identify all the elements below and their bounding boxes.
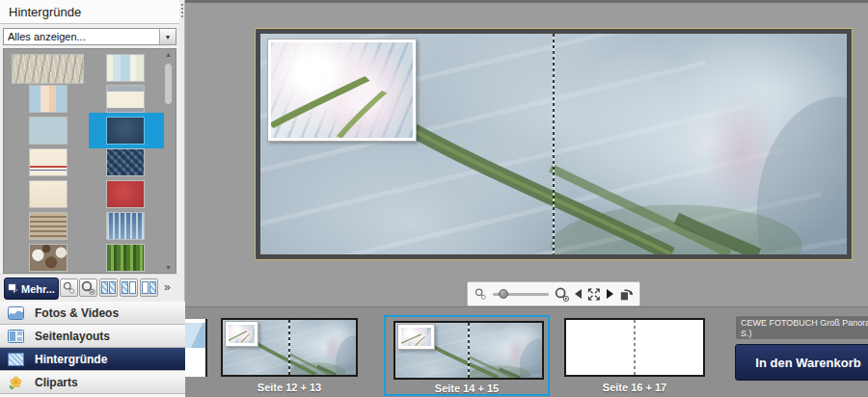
more-button-label: Mehr... (21, 283, 55, 295)
inset-photo-image (229, 325, 255, 343)
background-swatch-waterfall[interactable] (107, 213, 144, 239)
zoom-in-thumbnails-button[interactable] (79, 278, 97, 297)
background-swatch-cream-lines[interactable] (30, 149, 67, 175)
background-swatch-light-blue[interactable] (30, 118, 67, 144)
canvas-top-edge (185, 0, 868, 3)
page-label: Seite 12 + 13 (221, 382, 358, 393)
fit-view-icon[interactable] (587, 287, 601, 302)
tool-navigation: Fotos & Videos Seitenlayouts Hintergründ… (0, 302, 185, 397)
page-thumb-partial[interactable] (185, 319, 207, 377)
photos-icon (8, 306, 24, 320)
background-swatch-marble[interactable] (13, 55, 83, 83)
inset-photo-image (271, 42, 413, 137)
backgrounds-icon (8, 353, 24, 366)
cewe-fotobuch-editor: Hintergründe Alles anzeigen... ▼ (0, 0, 868, 397)
editor-canvas (185, 0, 868, 306)
more-tools-chevron-icon[interactable]: » (164, 278, 171, 297)
nav-item-hintergruende[interactable]: Hintergründe (0, 348, 185, 371)
book-spread[interactable] (255, 28, 853, 260)
more-backgrounds-button[interactable]: Mehr... (4, 278, 59, 300)
product-info-box: CEWE FOTOBUCH Groß Panorama Harde S.) (735, 315, 868, 340)
page-thumb-14-15-selected[interactable]: Seite 14 + 15 (384, 315, 550, 396)
thumb-flower-art (223, 320, 356, 375)
zoom-toolbar (467, 281, 640, 306)
zoom-out-thumbnails-button[interactable] (60, 278, 78, 297)
page-thumb-16-17[interactable]: Seite 16 + 17 (564, 318, 705, 395)
inset-photo[interactable] (397, 324, 435, 350)
inset-photo[interactable] (267, 39, 417, 141)
nav-label: Hintergründe (35, 353, 107, 366)
nav-label: Fotos & Videos (35, 306, 119, 320)
nav-label: Cliparts (35, 376, 78, 389)
background-swatch-cream-gray-band[interactable] (107, 86, 144, 112)
scroll-down-icon[interactable]: ▼ (162, 263, 175, 273)
cliparts-icon (8, 376, 24, 389)
thumbnail-scrollbar[interactable]: ▲ ▼ (162, 50, 175, 273)
layouts-icon (8, 330, 24, 343)
apply-left-page-button[interactable] (120, 278, 138, 297)
page-fold-line (288, 320, 290, 375)
page-thumb-12-13[interactable]: Seite 12 + 13 (221, 318, 358, 395)
nav-item-seitenlayouts[interactable]: Seitenlayouts (0, 325, 185, 348)
nav-label: Seitenlayouts (35, 330, 110, 343)
background-swatch-stripes-blue-pink[interactable] (30, 86, 67, 112)
background-thumbnail-list: ▲ ▼ (3, 48, 176, 274)
scroll-up-icon[interactable]: ▲ (162, 50, 175, 60)
inset-photo[interactable] (225, 321, 258, 347)
background-swatch-blue-knit[interactable] (107, 149, 144, 175)
inset-photo-image (401, 328, 431, 346)
panel-title: Hintergründe (0, 0, 179, 24)
chevron-down-icon[interactable]: ▼ (159, 29, 176, 44)
zoom-in-icon (81, 280, 95, 295)
product-name-line2: S.) (741, 329, 868, 339)
filter-value: Alles anzeigen... (4, 31, 159, 42)
panel-toolbar: Mehr... (0, 274, 179, 303)
zoom-out-icon[interactable] (475, 287, 487, 301)
page-label: Seite 14 + 15 (386, 383, 548, 394)
zoom-slider-handle[interactable] (499, 289, 508, 299)
splitter-grip-icon (181, 4, 183, 19)
add-to-cart-button[interactable]: In den Warenkorb (735, 344, 868, 381)
background-swatch-stones[interactable] (30, 245, 67, 271)
page-thumb-image (393, 321, 544, 380)
page-fold-line (634, 320, 636, 375)
background-swatch-dark-blue-selected[interactable] (107, 118, 144, 144)
background-swatch-cream-paper[interactable] (30, 181, 67, 207)
rotate-view-icon[interactable] (619, 287, 633, 302)
zoom-in-icon[interactable] (555, 286, 569, 303)
nav-item-fotos-videos[interactable]: Fotos & Videos (0, 302, 185, 325)
background-swatch-stripes-blue-cream[interactable] (107, 55, 144, 81)
photo-arrow-icon (8, 283, 18, 294)
background-swatch-rope[interactable] (30, 213, 67, 239)
right-page-icon (142, 281, 156, 294)
apply-right-page-button[interactable] (140, 278, 158, 297)
next-page-icon[interactable] (607, 289, 613, 299)
apply-both-pages-button[interactable] (99, 278, 118, 297)
page-thumb-image (221, 318, 358, 377)
add-to-cart-label: In den Warenkorb (755, 356, 860, 370)
page-label: Seite 16 + 17 (564, 382, 705, 393)
page-fold-line (468, 323, 470, 378)
nav-item-cliparts[interactable]: Cliparts (0, 371, 185, 394)
background-swatch-red[interactable] (107, 181, 144, 207)
page-fold-line (553, 34, 555, 254)
product-name-line1: CEWE FOTOBUCH Groß Panorama Harde (741, 318, 868, 329)
page-filmstrip: Seite 12 + 13 (185, 306, 868, 397)
previous-page-icon[interactable] (575, 289, 582, 299)
zoom-slider[interactable] (493, 293, 549, 296)
scrollbar-thumb[interactable] (164, 63, 173, 105)
page-thumb-image (564, 318, 705, 377)
thumb-flower-art (395, 323, 542, 378)
backgrounds-panel: Hintergründe Alles anzeigen... ▼ (0, 0, 179, 397)
background-swatch-bamboo[interactable] (107, 245, 144, 271)
spread-background-photo[interactable] (260, 34, 847, 254)
both-pages-icon (101, 281, 116, 294)
partial-thumb-image (185, 323, 205, 348)
left-page-icon (122, 281, 136, 294)
background-filter-dropdown[interactable]: Alles anzeigen... ▼ (3, 28, 176, 45)
zoom-out-icon (63, 281, 75, 294)
